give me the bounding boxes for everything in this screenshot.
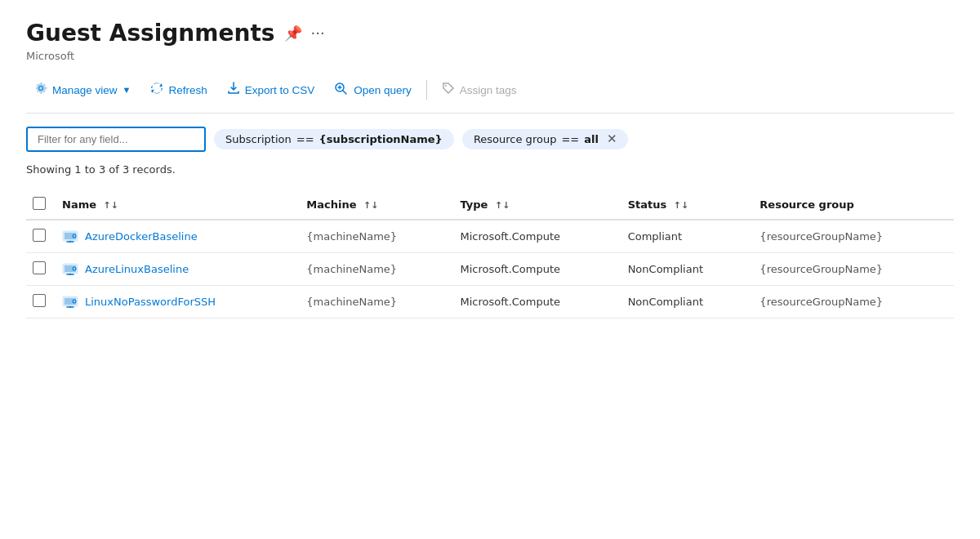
subscription-tag-op: == [296,133,314,145]
resource-group-filter-tag[interactable]: Resource group == all ✕ [462,129,629,149]
vm-icon-1 [62,263,78,276]
page-title: Guest Assignments [26,20,274,47]
cell-type-2: Microsoft.Compute [453,286,621,318]
subscription-tag-val: {subscriptionName} [319,133,443,145]
vm-icon-0 [62,230,78,243]
cell-machine-2: {machineName} [300,286,453,318]
export-csv-button[interactable]: Export to CSV [219,77,323,103]
assign-tags-button[interactable]: Assign tags [434,77,525,103]
manage-view-button[interactable]: Manage view ▼ [26,77,139,103]
col-header-name[interactable]: Name ↑↓ [56,190,300,220]
pin-icon[interactable]: 📌 [284,24,302,42]
table-row: AzureLinuxBaseline {machineName} Microso… [26,253,954,286]
cell-type-0: Microsoft.Compute [453,220,621,253]
manage-view-chevron: ▼ [122,85,131,95]
type-sort-icon: ↑↓ [495,200,510,211]
col-header-machine[interactable]: Machine ↑↓ [300,190,453,220]
filter-row: Subscription == {subscriptionName} Resou… [26,127,954,152]
cell-name-2: LinuxNoPasswordForSSH [56,286,300,318]
tag-icon [442,82,455,98]
row-checkbox-0[interactable] [33,229,46,242]
page-subtitle: Microsoft [26,50,954,62]
vm-icon-2 [62,296,78,309]
row-checkbox-cell [26,253,56,286]
cell-rg-2: {resourceGroupName} [753,286,954,318]
assignment-link-2[interactable]: LinuxNoPasswordForSSH [62,296,290,309]
header-checkbox-cell [26,190,56,220]
table-row: LinuxNoPasswordForSSH {machineName} Micr… [26,286,954,318]
refresh-icon [150,82,163,98]
refresh-label: Refresh [168,84,207,96]
row-checkbox-2[interactable] [33,294,46,307]
col-header-type[interactable]: Type ↑↓ [453,190,621,220]
open-query-button[interactable]: Open query [326,77,420,103]
subscription-filter-tag[interactable]: Subscription == {subscriptionName} [214,129,454,149]
cell-name-0: AzureDockerBaseline [56,220,300,253]
assignment-link-0[interactable]: AzureDockerBaseline [62,230,290,243]
filter-input[interactable] [26,127,206,152]
records-info: Showing 1 to 3 of 3 records. [26,163,954,176]
cell-type-1: Microsoft.Compute [453,253,621,286]
cell-status-2: NonCompliant [621,286,754,318]
cell-rg-1: {resourceGroupName} [753,253,954,286]
subscription-tag-key: Subscription [225,133,292,145]
export-csv-label: Export to CSV [245,84,315,96]
row-checkbox-cell [26,286,56,318]
select-all-checkbox[interactable] [33,197,46,210]
rg-tag-op: == [561,133,579,145]
toolbar-separator [426,80,427,100]
cell-status-1: NonCompliant [621,253,754,286]
svg-point-1 [445,85,447,87]
status-sort-icon: ↑↓ [674,200,688,211]
col-header-status[interactable]: Status ↑↓ [621,190,754,220]
cell-machine-1: {machineName} [300,253,453,286]
more-options-icon[interactable]: ··· [310,24,324,42]
open-query-label: Open query [354,84,412,96]
cell-machine-0: {machineName} [300,220,453,253]
name-sort-icon: ↑↓ [104,200,118,211]
assignments-table: Name ↑↓ Machine ↑↓ Type ↑↓ Status ↑↓ Res… [26,190,954,318]
table-row: AzureDockerBaseline {machineName} Micros… [26,220,954,253]
gear-icon [34,82,47,98]
machine-sort-icon: ↑↓ [363,200,378,211]
toolbar: Manage view ▼ Refresh Export to CSV Open… [26,77,954,114]
refresh-button[interactable]: Refresh [142,77,215,103]
cell-status-0: Compliant [621,220,754,253]
rg-tag-key: Resource group [474,133,557,145]
col-header-rg: Resource group [753,190,954,220]
rg-tag-val: all [584,133,599,145]
rg-tag-close-button[interactable]: ✕ [607,133,617,145]
table-header-row: Name ↑↓ Machine ↑↓ Type ↑↓ Status ↑↓ Res… [26,190,954,220]
query-icon [334,82,349,98]
row-checkbox-cell [26,220,56,253]
row-checkbox-1[interactable] [33,261,46,274]
manage-view-label: Manage view [52,84,118,96]
download-icon [227,82,240,98]
cell-name-1: AzureLinuxBaseline [56,253,300,286]
assignment-link-1[interactable]: AzureLinuxBaseline [62,263,290,276]
assign-tags-label: Assign tags [460,84,517,96]
cell-rg-0: {resourceGroupName} [753,220,954,253]
